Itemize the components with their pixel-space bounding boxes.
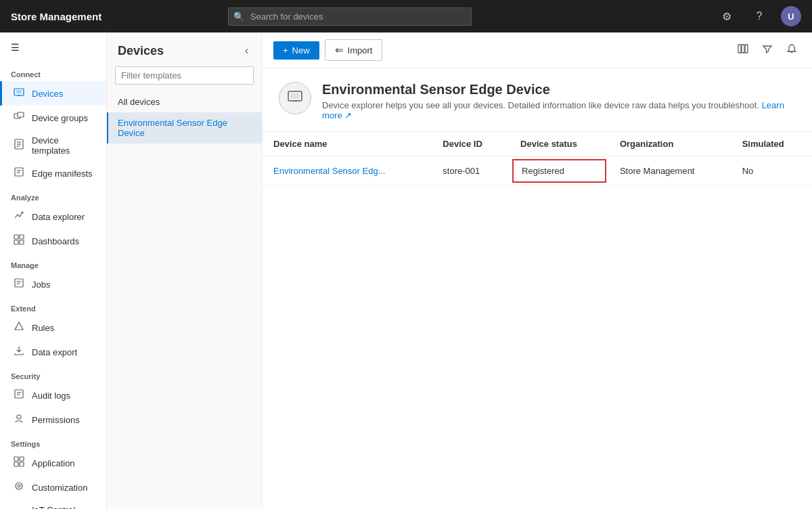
cell-organization: Store Management xyxy=(609,156,731,186)
sidebar-item-data-explorer[interactable]: Data explorer xyxy=(0,204,106,229)
manage-section-label: Manage xyxy=(0,253,106,272)
analyze-section-label: Analyze xyxy=(0,185,106,204)
middle-panel: Devices ‹ All devices Environmental Sens… xyxy=(107,32,263,509)
svg-rect-14 xyxy=(20,235,24,239)
svg-rect-33 xyxy=(742,45,744,53)
middle-nav-all-devices[interactable]: All devices xyxy=(107,91,262,112)
notification-button[interactable] xyxy=(782,39,801,61)
sidebar-item-iot-central-home[interactable]: IoT Central Home xyxy=(0,500,106,509)
sidebar-item-customization-label: Customization xyxy=(32,483,87,493)
plus-icon: + xyxy=(283,45,288,56)
device-table-wrap: Device name Device ID Device status Orga… xyxy=(263,132,812,509)
device-groups-icon xyxy=(13,111,25,125)
sidebar-item-customization[interactable]: Customization xyxy=(0,475,106,500)
hamburger-button[interactable]: ☰ xyxy=(0,32,106,62)
sidebar-item-edge-manifests[interactable]: Edge manifests xyxy=(0,161,106,185)
column-options-button[interactable] xyxy=(734,39,752,61)
sidebar-item-application[interactable]: Application xyxy=(0,451,106,475)
avatar[interactable]: U xyxy=(781,6,801,26)
sidebar-item-audit-logs[interactable]: Audit logs xyxy=(0,383,106,407)
col-simulated: Simulated xyxy=(731,132,812,156)
data-explorer-icon xyxy=(13,210,25,223)
filter-input[interactable] xyxy=(115,66,254,85)
svg-rect-28 xyxy=(20,462,24,466)
sidebar-item-rules[interactable]: Rules xyxy=(0,315,106,340)
sidebar-item-permissions-label: Permissions xyxy=(32,415,80,425)
svg-point-24 xyxy=(17,415,21,419)
svg-rect-34 xyxy=(745,45,748,53)
sidebar-item-devices[interactable]: Devices xyxy=(0,81,106,106)
app-title: Store Management xyxy=(11,11,102,22)
import-button[interactable]: ⇐ Import xyxy=(325,39,383,61)
svg-rect-4 xyxy=(18,112,24,117)
svg-marker-20 xyxy=(15,322,23,330)
search-container: 🔍 xyxy=(228,7,472,26)
sidebar-item-data-export-label: Data export xyxy=(32,347,77,357)
sidebar-item-data-export[interactable]: Data export xyxy=(0,340,106,364)
svg-rect-27 xyxy=(14,462,18,466)
content-toolbar: + New ⇐ Import xyxy=(263,32,812,68)
cell-device-status: Registered xyxy=(510,156,609,186)
svg-rect-9 xyxy=(15,168,23,176)
device-header-text: Environmental Sensor Edge Device Device … xyxy=(322,82,796,120)
left-nav: ☰ Connect Devices Device groups Device t… xyxy=(0,32,107,509)
table-header-row: Device name Device ID Device status Orga… xyxy=(263,132,812,156)
device-templates-icon xyxy=(13,139,25,152)
search-icon: 🔍 xyxy=(233,12,244,22)
devices-icon xyxy=(13,87,25,100)
cell-simulated: No xyxy=(731,156,812,186)
application-icon xyxy=(13,456,25,470)
jobs-icon xyxy=(13,278,25,291)
device-subtitle: Device explorer helps you see all your d… xyxy=(322,100,796,120)
sidebar-item-rules-label: Rules xyxy=(32,323,54,333)
device-status-highlight: Registered xyxy=(512,159,606,183)
svg-rect-13 xyxy=(14,235,18,239)
svg-point-29 xyxy=(16,483,22,489)
main-layout: ☰ Connect Devices Device groups Device t… xyxy=(0,32,812,509)
sidebar-item-permissions[interactable]: Permissions xyxy=(0,407,106,432)
audit-logs-icon xyxy=(13,389,25,402)
cell-device-id: store-001 xyxy=(432,156,510,186)
collapse-button[interactable]: ‹ xyxy=(242,42,251,60)
svg-rect-17 xyxy=(15,279,23,287)
middle-panel-title: Devices xyxy=(118,44,164,58)
sidebar-item-device-groups-label: Device groups xyxy=(32,113,88,123)
topbar-actions: ⚙ ? U xyxy=(716,5,801,27)
import-icon: ⇐ xyxy=(335,44,344,56)
svg-rect-25 xyxy=(14,457,18,461)
rules-icon xyxy=(13,321,25,334)
connect-section-label: Connect xyxy=(0,62,106,81)
filter-button[interactable] xyxy=(758,39,777,61)
sidebar-item-device-templates[interactable]: Device templates xyxy=(0,130,106,161)
svg-rect-32 xyxy=(738,45,741,53)
security-section-label: Security xyxy=(0,364,106,383)
cell-device-name: Environmental Sensor Edg... xyxy=(263,156,432,186)
middle-nav-env-sensor-edge[interactable]: Environmental Sensor Edge Device xyxy=(107,112,262,143)
col-device-status: Device status xyxy=(510,132,609,156)
settings-section-label: Settings xyxy=(0,432,106,451)
sidebar-item-device-groups[interactable]: Device groups xyxy=(0,106,106,130)
col-device-id: Device ID xyxy=(432,132,510,156)
sidebar-item-dashboards[interactable]: Dashboards xyxy=(0,229,106,253)
customization-icon xyxy=(13,481,25,494)
sidebar-item-jobs[interactable]: Jobs xyxy=(0,272,106,296)
device-header: Environmental Sensor Edge Device Device … xyxy=(263,68,812,132)
sidebar-item-dashboards-label: Dashboards xyxy=(32,236,79,246)
edge-manifests-icon xyxy=(13,167,25,180)
search-input[interactable] xyxy=(228,7,472,26)
svg-point-30 xyxy=(18,485,20,487)
device-name-link[interactable]: Environmental Sensor Edg... xyxy=(273,166,385,176)
sidebar-item-data-explorer-label: Data explorer xyxy=(32,212,85,222)
dashboards-icon xyxy=(13,234,25,248)
svg-rect-15 xyxy=(14,240,18,244)
topbar: Store Management 🔍 ⚙ ? U xyxy=(0,0,812,32)
settings-button[interactable]: ⚙ xyxy=(716,5,738,27)
new-button[interactable]: + New xyxy=(273,41,319,60)
help-button[interactable]: ? xyxy=(748,5,770,27)
sidebar-item-application-label: Application xyxy=(32,458,75,468)
device-table: Device name Device ID Device status Orga… xyxy=(263,132,812,186)
device-type-icon xyxy=(287,88,303,108)
col-device-name: Device name xyxy=(263,132,432,156)
sidebar-item-devices-label: Devices xyxy=(32,89,63,99)
svg-rect-36 xyxy=(290,93,300,99)
